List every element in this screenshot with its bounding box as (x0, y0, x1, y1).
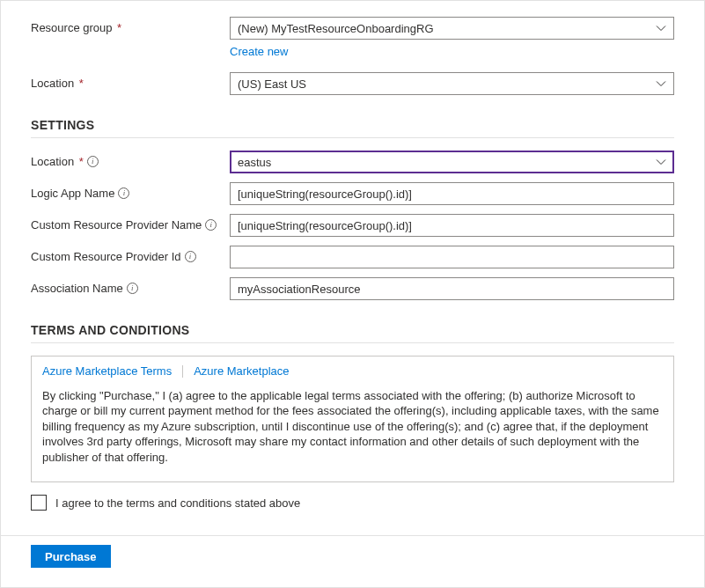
terms-links: Azure Marketplace Terms Azure Marketplac… (42, 364, 663, 379)
logic-app-name-label: Logic App Name i (31, 182, 230, 200)
resource-group-select[interactable]: (New) MyTestResourceOnboardingRG (230, 17, 674, 40)
chevron-down-icon (656, 23, 666, 33)
settings-location-value: eastus (238, 156, 271, 169)
custom-provider-id-row: Custom Resource Provider Id i (31, 246, 674, 268)
custom-provider-name-value: [uniqueString(resourceGroup().id)] (238, 219, 412, 232)
association-name-label: Association Name i (31, 277, 230, 295)
azure-marketplace-terms-link[interactable]: Azure Marketplace Terms (42, 364, 172, 379)
purchase-button[interactable]: Purchase (31, 545, 111, 568)
info-icon[interactable]: i (118, 187, 129, 199)
agree-row: I agree to the terms and conditions stat… (31, 495, 674, 511)
custom-provider-id-label: Custom Resource Provider Id i (31, 246, 230, 263)
resource-group-value: (New) MyTestResourceOnboardingRG (238, 22, 434, 35)
resource-group-label: Resource group * (31, 17, 230, 34)
terms-heading: TERMS AND CONDITIONS (31, 323, 674, 337)
association-name-row: Association Name i myAssociationResource (31, 277, 674, 300)
info-icon[interactable]: i (127, 283, 138, 294)
azure-marketplace-link[interactable]: Azure Marketplace (194, 364, 289, 379)
info-icon[interactable]: i (185, 251, 196, 262)
terms-body-text: By clicking "Purchase," I (a) agree to t… (42, 388, 663, 466)
divider (31, 137, 674, 138)
agree-label: I agree to the terms and conditions stat… (55, 496, 300, 510)
required-marker: * (114, 21, 122, 34)
required-marker: * (76, 155, 84, 168)
association-name-value: myAssociationResource (238, 283, 360, 296)
location-label: Location * (31, 72, 230, 90)
logic-app-name-input[interactable]: [uniqueString(resourceGroup().id)] (230, 182, 674, 205)
custom-provider-name-input[interactable]: [uniqueString(resourceGroup().id)] (230, 214, 674, 237)
logic-app-name-value: [uniqueString(resourceGroup().id)] (238, 187, 412, 201)
info-icon[interactable]: i (205, 219, 217, 231)
custom-provider-id-input[interactable] (230, 246, 674, 268)
custom-provider-name-row: Custom Resource Provider Name i [uniqueS… (31, 214, 674, 237)
terms-scroll-area[interactable]: Azure Marketplace Terms Azure Marketplac… (32, 356, 673, 481)
required-marker: * (76, 77, 84, 90)
info-icon[interactable]: i (87, 156, 99, 167)
divider (31, 342, 674, 343)
association-name-input[interactable]: myAssociationResource (230, 277, 674, 300)
divider (182, 365, 183, 378)
settings-location-row: Location * i eastus (31, 151, 674, 173)
chevron-down-icon (656, 78, 666, 89)
settings-location-label: Location * i (31, 151, 230, 168)
location-value: (US) East US (238, 77, 306, 91)
deployment-form-panel: Resource group * (New) MyTestResourceOnb… (0, 0, 705, 588)
terms-box: Azure Marketplace Terms Azure Marketplac… (31, 356, 674, 482)
chevron-down-icon (656, 157, 666, 167)
location-row: Location * (US) East US (31, 72, 674, 95)
divider (1, 535, 704, 536)
resource-group-row: Resource group * (New) MyTestResourceOnb… (31, 17, 674, 40)
create-new-link[interactable]: Create new (230, 45, 288, 58)
location-select[interactable]: (US) East US (230, 72, 674, 95)
settings-heading: SETTINGS (31, 118, 674, 132)
settings-location-select[interactable]: eastus (230, 151, 674, 173)
logic-app-name-row: Logic App Name i [uniqueString(resourceG… (31, 182, 674, 205)
agree-checkbox[interactable] (31, 495, 47, 511)
custom-provider-name-label: Custom Resource Provider Name i (31, 214, 230, 232)
